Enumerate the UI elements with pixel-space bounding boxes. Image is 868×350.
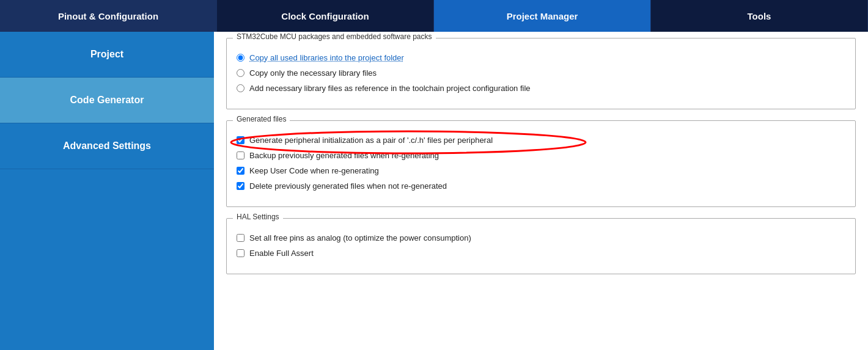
checkbox-delete-generated[interactable] <box>237 182 245 190</box>
section-stm32-title: STM32Cube MCU packages and embedded soft… <box>233 32 436 41</box>
option-copy-all[interactable]: Copy all used libraries into the project… <box>237 53 845 62</box>
main-content: Project Code Generator Advanced Settings… <box>0 32 868 350</box>
sidebar-item-project[interactable]: Project <box>0 32 214 78</box>
checkbox-full-assert[interactable] <box>237 249 245 257</box>
section-hal-title: HAL Settings <box>233 213 283 221</box>
tab-pinout[interactable]: Pinout & Configuration <box>0 0 217 32</box>
section-generated-title: Generated files <box>233 115 290 123</box>
checkbox-backup-generated[interactable] <box>237 151 245 159</box>
tab-tools[interactable]: Tools <box>651 0 868 32</box>
radio-copy-all[interactable] <box>237 54 245 62</box>
section-stm32-packages: STM32Cube MCU packages and embedded soft… <box>226 38 856 109</box>
checkbox-keep-user-code[interactable] <box>237 167 245 175</box>
checkbox-free-pins[interactable] <box>237 234 245 242</box>
option-gen-peripheral[interactable]: Generate peripheral initialization as a … <box>237 136 845 145</box>
checkbox-gen-peripheral[interactable] <box>237 136 245 144</box>
option-keep-user-code[interactable]: Keep User Code when re-generating <box>237 166 845 175</box>
radio-copy-necessary[interactable] <box>237 69 245 77</box>
top-nav: Pinout & Configuration Clock Configurati… <box>0 0 868 32</box>
tab-clock[interactable]: Clock Configuration <box>217 0 434 32</box>
option-copy-necessary[interactable]: Copy only the necessary library files <box>237 68 845 78</box>
radio-add-reference[interactable] <box>237 84 245 92</box>
option-delete-generated[interactable]: Delete previously generated files when n… <box>237 181 845 191</box>
sidebar: Project Code Generator Advanced Settings <box>0 32 214 350</box>
section-generated-files: Generated files Generate peripheral init… <box>226 120 856 207</box>
sidebar-item-advanced-settings[interactable]: Advanced Settings <box>0 123 214 169</box>
option-free-pins[interactable]: Set all free pins as analog (to optimize… <box>237 233 845 242</box>
sidebar-item-code-generator[interactable]: Code Generator <box>0 78 214 123</box>
content-area: STM32Cube MCU packages and embedded soft… <box>214 32 868 350</box>
option-add-reference[interactable]: Add necessary library files as reference… <box>237 84 845 93</box>
section-hal-settings: HAL Settings Set all free pins as analog… <box>226 218 856 274</box>
option-backup-generated[interactable]: Backup previously generated files when r… <box>237 151 845 160</box>
tab-project-manager[interactable]: Project Manager <box>434 0 651 32</box>
option-full-assert[interactable]: Enable Full Assert <box>237 249 845 258</box>
